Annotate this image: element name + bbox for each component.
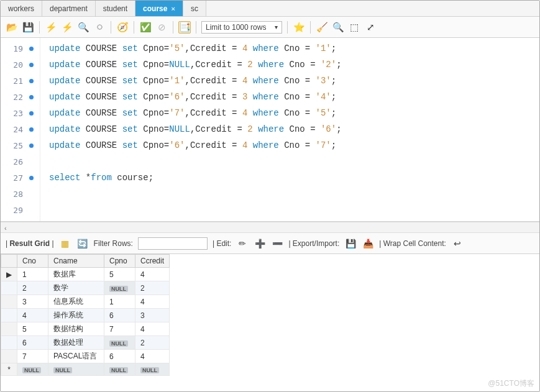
code-area[interactable]: update COURSE set Cpno='5',Ccredit = 4 w…: [40, 38, 539, 221]
cell[interactable]: 5: [104, 268, 135, 281]
row-marker[interactable]: [1, 295, 17, 309]
row-marker[interactable]: [1, 350, 17, 363]
cell[interactable]: 2: [135, 336, 170, 350]
cell[interactable]: PASCAL语言: [48, 350, 104, 363]
code-line[interactable]: [49, 153, 539, 170]
column-header[interactable]: Cpno: [104, 255, 135, 268]
export-icon[interactable]: 💾: [344, 237, 357, 250]
horizontal-scrollbar[interactable]: ‹: [1, 222, 539, 233]
tab-department[interactable]: department: [42, 1, 96, 16]
table-row[interactable]: 5数据结构74: [1, 322, 170, 336]
code-line[interactable]: [49, 202, 539, 218]
cell[interactable]: NULL: [104, 336, 135, 350]
code-line[interactable]: [49, 186, 539, 202]
sql-editor[interactable]: 1920212223242526272829 update COURSE set…: [1, 38, 539, 222]
filter-rows-input[interactable]: [138, 237, 208, 250]
beautify-icon[interactable]: 📑: [178, 21, 191, 34]
tab-sc[interactable]: sc: [183, 1, 206, 16]
tab-course[interactable]: course×: [135, 1, 183, 16]
cell[interactable]: 3: [17, 295, 48, 309]
search-icon[interactable]: 🔍: [332, 21, 344, 34]
grid-view-icon[interactable]: ▦: [59, 237, 71, 250]
cell[interactable]: 4: [135, 268, 170, 281]
save-icon[interactable]: 💾: [22, 21, 34, 34]
column-header[interactable]: Cname: [48, 255, 104, 268]
column-header[interactable]: Cno: [17, 255, 48, 268]
tab-workers[interactable]: workers: [1, 1, 42, 16]
table-row[interactable]: 2数学NULL2: [1, 281, 170, 295]
cell[interactable]: 1: [104, 295, 135, 309]
cell[interactable]: NULL: [104, 281, 135, 295]
cell[interactable]: NULL: [17, 363, 48, 376]
code-line[interactable]: update COURSE set Cpno='7',Ccredit = 4 w…: [49, 105, 539, 121]
code-line[interactable]: update COURSE set Cpno=NULL,Ccredit = 2 …: [49, 57, 539, 73]
cell[interactable]: 3: [135, 309, 170, 322]
close-icon[interactable]: ×: [171, 5, 175, 12]
cell[interactable]: 2: [17, 281, 48, 295]
cell[interactable]: 2: [135, 281, 170, 295]
column-header[interactable]: Ccredit: [135, 255, 170, 268]
edit-icon[interactable]: ✏: [236, 237, 249, 250]
cell[interactable]: NULL: [104, 363, 135, 376]
cell[interactable]: 数据库: [48, 268, 104, 281]
stop-icon[interactable]: ⭘: [93, 21, 106, 34]
cell[interactable]: 数据结构: [48, 322, 104, 336]
cell[interactable]: 7: [104, 322, 135, 336]
table-row-new[interactable]: *NULLNULLNULLNULL: [1, 363, 170, 376]
commit-icon[interactable]: ✅: [139, 21, 152, 34]
cell[interactable]: 4: [135, 350, 170, 363]
breakpoint-dot: [29, 111, 34, 116]
cell[interactable]: 5: [17, 322, 48, 336]
new-row-marker[interactable]: *: [1, 363, 17, 376]
table-row[interactable]: ▶1数据库54: [1, 268, 170, 281]
result-toolbar: | Result Grid | ▦ 🔄 Filter Rows: | Edit:…: [1, 233, 539, 254]
add-row-icon[interactable]: ➕: [254, 237, 266, 250]
code-line[interactable]: update COURSE set Cpno='6',Ccredit = 3 w…: [49, 89, 539, 105]
schedule-icon[interactable]: 🧭: [116, 21, 129, 34]
cell[interactable]: NULL: [48, 363, 104, 376]
favorite-icon[interactable]: ⭐: [293, 21, 305, 34]
explain-icon[interactable]: 🔍: [77, 21, 89, 34]
panel-toggle-1-icon[interactable]: ⬚: [348, 21, 360, 34]
table-row[interactable]: 7PASCAL语言64: [1, 350, 170, 363]
table-row[interactable]: 6数据处理NULL2: [1, 336, 170, 350]
cell[interactable]: 4: [17, 309, 48, 322]
panel-toggle-2-icon[interactable]: ⤢: [364, 21, 377, 34]
row-marker[interactable]: [1, 322, 17, 336]
execute-icon[interactable]: ⚡: [45, 21, 57, 34]
code-line[interactable]: update COURSE set Cpno='1',Ccredit = 4 w…: [49, 73, 539, 89]
code-line[interactable]: update COURSE set Cpno='6',Ccredit = 4 w…: [49, 137, 539, 153]
code-line[interactable]: update COURSE set Cpno='5',Ccredit = 4 w…: [49, 40, 539, 57]
cell[interactable]: 6: [17, 336, 48, 350]
cell[interactable]: NULL: [135, 363, 170, 376]
cell[interactable]: 6: [104, 350, 135, 363]
rollback-icon[interactable]: ⊘: [155, 21, 168, 34]
cell[interactable]: 操作系统: [48, 309, 104, 322]
refresh-icon[interactable]: 🔄: [76, 237, 89, 250]
table-row[interactable]: 3信息系统14: [1, 295, 170, 309]
row-marker[interactable]: ▶: [1, 268, 17, 281]
cell[interactable]: 7: [17, 350, 48, 363]
tab-student[interactable]: student: [96, 1, 135, 16]
open-icon[interactable]: 📂: [6, 21, 18, 34]
cell[interactable]: 1: [17, 268, 48, 281]
wrap-cell-icon[interactable]: ↩: [451, 237, 464, 250]
table-row[interactable]: 4操作系统63: [1, 309, 170, 322]
cell[interactable]: 4: [135, 322, 170, 336]
row-marker[interactable]: [1, 309, 17, 322]
code-line[interactable]: update COURSE set Cpno=NULL,Ccredit = 2 …: [49, 121, 539, 137]
row-marker[interactable]: [1, 281, 17, 295]
cell[interactable]: 4: [135, 295, 170, 309]
code-line[interactable]: select *from course;: [49, 170, 539, 186]
cell[interactable]: 数学: [48, 281, 104, 295]
delete-row-icon[interactable]: ➖: [271, 237, 283, 250]
cleanup-icon[interactable]: 🧹: [316, 21, 328, 34]
cell[interactable]: 6: [104, 309, 135, 322]
execute-current-icon[interactable]: ⚡: [61, 21, 73, 34]
row-marker[interactable]: [1, 336, 17, 350]
cell[interactable]: 信息系统: [48, 295, 104, 309]
row-limit-dropdown[interactable]: Limit to 1000 rows ▾: [201, 21, 282, 34]
cell[interactable]: 数据处理: [48, 336, 104, 350]
import-icon[interactable]: 📥: [362, 237, 374, 250]
result-grid[interactable]: CnoCnameCpnoCcredit▶1数据库542数学NULL23信息系统1…: [1, 254, 539, 376]
